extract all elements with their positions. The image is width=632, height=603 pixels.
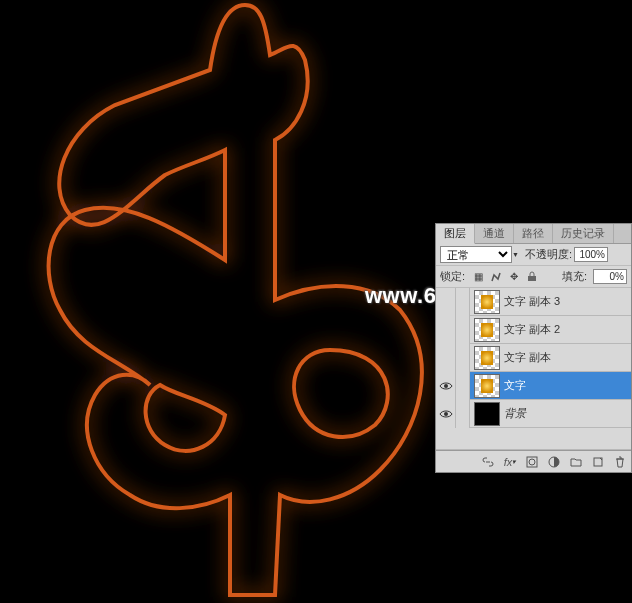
tab-history[interactable]: 历史记录 (553, 224, 614, 243)
blend-dropdown-icon: ▼ (512, 251, 519, 258)
opacity-label: 不透明度: (525, 247, 572, 262)
panel-footer: fx▾ (436, 450, 631, 472)
lock-fill-row: 锁定: ▦ ✥ 填充: 0% (436, 266, 631, 288)
link-column[interactable] (456, 316, 470, 344)
empty-layer-area[interactable] (436, 428, 631, 450)
layer-row[interactable]: 背景 (436, 400, 631, 428)
layer-thumbnail[interactable] (474, 374, 500, 398)
eye-icon (439, 409, 453, 419)
svg-point-1 (444, 384, 448, 388)
visibility-toggle[interactable] (436, 344, 456, 372)
new-layer-icon[interactable] (591, 455, 605, 469)
layer-thumbnail[interactable] (474, 402, 500, 426)
link-column[interactable] (456, 400, 470, 428)
blend-mode-select[interactable]: 正常 (440, 246, 512, 263)
layer-name[interactable]: 文字 副本 3 (504, 294, 631, 309)
panel-tab-bar: 图层 通道 路径 历史记录 (436, 224, 631, 244)
svg-point-2 (444, 412, 448, 416)
layer-row[interactable]: 文字 副本 2 (436, 316, 631, 344)
lock-position-icon[interactable]: ✥ (507, 270, 521, 284)
visibility-toggle[interactable] (436, 288, 456, 316)
layer-mask-icon[interactable] (525, 455, 539, 469)
lock-label: 锁定: (440, 269, 465, 284)
link-column[interactable] (456, 372, 470, 400)
layer-thumbnail[interactable] (474, 346, 500, 370)
layers-panel: 图层 通道 路径 历史记录 正常 ▼ 不透明度: 100% 锁定: ▦ ✥ 填充… (435, 223, 632, 473)
tab-channels[interactable]: 通道 (475, 224, 514, 243)
lock-transparency-icon[interactable]: ▦ (471, 270, 485, 284)
lock-pixels-icon[interactable] (489, 270, 503, 284)
link-layers-icon[interactable] (481, 455, 495, 469)
layer-name[interactable]: 文字 副本 (504, 350, 631, 365)
eye-icon (439, 381, 453, 391)
delete-layer-icon[interactable] (613, 455, 627, 469)
adjustment-layer-icon[interactable] (547, 455, 561, 469)
link-column[interactable] (456, 288, 470, 316)
link-column[interactable] (456, 344, 470, 372)
visibility-toggle[interactable] (436, 372, 456, 400)
opacity-value[interactable]: 100% (574, 247, 608, 262)
fill-label: 填充: (562, 269, 587, 284)
tab-paths[interactable]: 路径 (514, 224, 553, 243)
blend-opacity-row: 正常 ▼ 不透明度: 100% (436, 244, 631, 266)
svg-point-4 (529, 459, 535, 465)
layers-list: 文字 副本 3 文字 副本 2 文字 副本 文字 (436, 288, 631, 450)
layer-name[interactable]: 文字 (504, 378, 631, 393)
visibility-toggle[interactable] (436, 316, 456, 344)
layer-name[interactable]: 文字 副本 2 (504, 322, 631, 337)
layer-style-icon[interactable]: fx▾ (503, 455, 517, 469)
layer-thumbnail[interactable] (474, 318, 500, 342)
group-icon[interactable] (569, 455, 583, 469)
svg-rect-0 (528, 276, 536, 281)
layer-name[interactable]: 背景 (504, 406, 631, 421)
visibility-toggle[interactable] (436, 400, 456, 428)
lock-all-icon[interactable] (525, 270, 539, 284)
tab-layers[interactable]: 图层 (436, 224, 475, 244)
layer-row[interactable]: 文字 副本 3 (436, 288, 631, 316)
layer-row[interactable]: 文字 副本 (436, 344, 631, 372)
layer-row[interactable]: 文字 (436, 372, 631, 400)
layer-thumbnail[interactable] (474, 290, 500, 314)
fill-value[interactable]: 0% (593, 269, 627, 284)
